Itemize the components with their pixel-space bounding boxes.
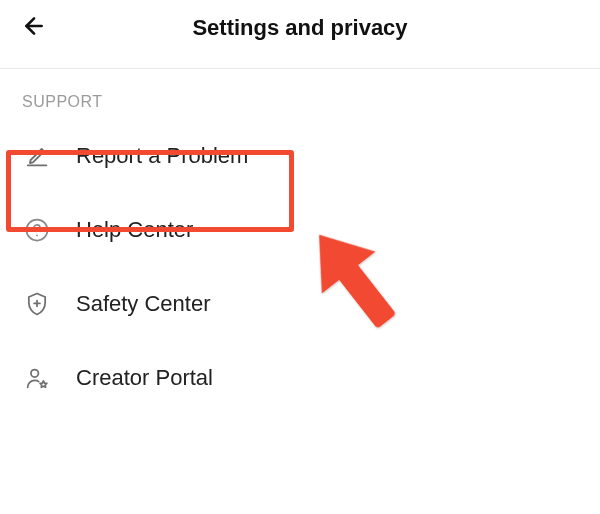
menu-item-safety-center[interactable]: Safety Center <box>0 267 600 341</box>
menu-item-creator-portal[interactable]: Creator Portal <box>0 341 600 415</box>
menu-item-help-center[interactable]: Help Center <box>0 193 600 267</box>
svg-point-2 <box>36 234 38 236</box>
menu-item-label: Report a Problem <box>76 143 248 169</box>
menu-item-label: Help Center <box>76 217 193 243</box>
svg-point-5 <box>31 370 38 377</box>
person-star-icon <box>22 363 52 393</box>
pencil-icon <box>22 141 52 171</box>
page-title: Settings and privacy <box>192 15 407 41</box>
back-arrow-icon <box>20 13 46 43</box>
menu-item-report-problem[interactable]: Report a Problem <box>0 119 600 193</box>
shield-plus-icon <box>22 289 52 319</box>
section-label-support: SUPPORT <box>0 69 600 119</box>
back-button[interactable] <box>18 13 48 43</box>
support-menu: Report a Problem Help Center Safety Cent… <box>0 119 600 415</box>
help-icon <box>22 215 52 245</box>
menu-item-label: Creator Portal <box>76 365 213 391</box>
menu-item-label: Safety Center <box>76 291 211 317</box>
